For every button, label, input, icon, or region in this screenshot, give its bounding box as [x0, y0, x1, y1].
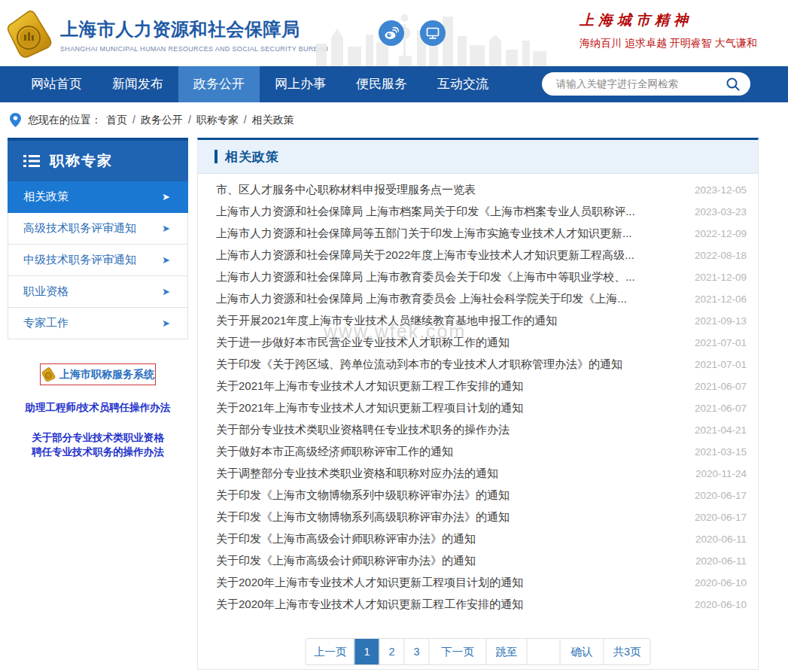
location-pin-icon [10, 113, 21, 127]
search-icon[interactable] [726, 77, 741, 92]
article-link[interactable]: 市、区人才服务中心职称材料申报受理服务点一览表 [216, 183, 476, 197]
nav-item-政务公开[interactable]: 政务公开 [178, 66, 260, 102]
sidebar-link[interactable]: 关于部分专业技术类职业资格聘任专业技术职务的操作办法 [8, 430, 188, 459]
article-link[interactable]: 关于2020年上海市专业技术人才知识更新工程项目计划的通知 [216, 576, 523, 590]
article-link[interactable]: 关于印发《上海市高级会计师职称评审办法》的通知 [216, 554, 476, 568]
weibo-icon[interactable] [379, 20, 404, 46]
sidebar-menu: 相关政策➤高级技术职务评审通知➤中级技术职务评审通知➤职业资格➤专家工作➤ [8, 181, 188, 339]
sidebar-item-label: 中级技术职务评审通知 [23, 253, 136, 267]
next-page-button[interactable]: 下一页 [429, 639, 486, 664]
breadcrumb-link[interactable]: 政务公开 [141, 114, 183, 126]
sidebar-item[interactable]: 中级技术职务评审通知➤ [8, 245, 188, 276]
nav-item-新闻发布[interactable]: 新闻发布 [97, 66, 178, 102]
article-date: 2021-09-13 [695, 315, 747, 327]
article-link[interactable]: 上海市人力资源和社会保障局 上海市教育委员会 上海社会科学院关于印发《上海... [216, 292, 627, 306]
article-date: 2021-12-06 [695, 293, 747, 305]
article-link[interactable]: 关于进一步做好本市民营企业专业技术人才职称工作的通知 [216, 336, 510, 350]
monitor-icon[interactable] [420, 20, 446, 46]
article-row: 关于印发《上海市文物博物系列中级职称评审办法》的通知2020-06-17 [198, 485, 758, 506]
sidebar-item[interactable]: 专家工作➤ [8, 308, 188, 339]
sidebar-item[interactable]: 高级技术职务评审通知➤ [8, 213, 188, 245]
article-link[interactable]: 关于印发《关于跨区域、跨单位流动到本市的专业技术人才职称管理办法》的通知 [216, 357, 622, 372]
breadcrumb-separator: / [132, 114, 135, 126]
breadcrumb-trail: 首页/政务公开/职称专家/相关政策 [106, 114, 294, 127]
title-service-system-banner[interactable]: 上海市职称服务系统 [40, 363, 156, 385]
bureau-seal-logo[interactable] [6, 10, 53, 61]
sidebar-item-label: 专家工作 [23, 316, 68, 330]
article-row: 关于调整部分专业技术类职业资格和职称对应办法的通知2020-11-24 [198, 463, 758, 485]
nav-item-网上办事[interactable]: 网上办事 [260, 66, 341, 102]
article-link[interactable]: 关于部分专业技术类职业资格聘任专业技术职务的操作办法 [216, 423, 510, 437]
nav-item-便民服务[interactable]: 便民服务 [341, 66, 422, 102]
article-link[interactable]: 上海市人力资源和社会保障局关于2022年度上海市专业技术人才知识更新工程高级..… [216, 248, 634, 263]
main-nav: 网站首页新闻发布政务公开网上办事便民服务互动交流 [0, 66, 788, 102]
banner-label: 上海市职称服务系统 [59, 368, 154, 382]
arrow-right-icon: ➤ [162, 318, 170, 329]
site-title: 上海市人力资源和社会保障局 [60, 17, 328, 41]
article-date: 2020-06-17 [695, 490, 747, 501]
site-subtitle: SHANGHAI MUNICIPAL HUMAN RESOURCES AND S… [60, 45, 328, 53]
article-date: 2020-06-10 [695, 599, 747, 610]
article-row: 关于印发《关于跨区域、跨单位流动到本市的专业技术人才职称管理办法》的通知2021… [198, 354, 758, 376]
main-titlebar: 相关政策 [198, 140, 758, 174]
sidebar-header: 职称专家 [8, 141, 188, 181]
main-panel: 相关政策 市、区人才服务中心职称材料申报受理服务点一览表2023-12-05上海… [197, 138, 759, 670]
article-row: 关于做好本市正高级经济师职称评审工作的通知2021-03-15 [198, 441, 758, 463]
article-row: 关于2020年上海市专业技术人才知识更新工程工作安排的通知2020-06-10 [198, 594, 758, 616]
sidebar-item[interactable]: 职业资格➤ [8, 276, 188, 308]
article-date: 2021-12-09 [695, 272, 747, 283]
pagination: 上一页123下一页跳至确认共3页 [306, 638, 651, 665]
article-date: 2021-04-21 [695, 424, 747, 436]
article-date: 2021-06-07 [695, 381, 747, 392]
article-link[interactable]: 上海市人力资源和社会保障局 上海市档案局关于印发《上海市档案专业人员职称评... [216, 205, 635, 219]
breadcrumb-link[interactable]: 首页 [106, 114, 127, 126]
jump-page-input[interactable] [531, 643, 556, 661]
article-date: 2020-06-17 [695, 512, 747, 523]
article-date: 2022-12-09 [695, 228, 747, 239]
site-header: 上海市人力资源和社会保障局 SHANGHAI MUNICIPAL HUMAN R… [0, 0, 788, 66]
nav-item-互动交流[interactable]: 互动交流 [422, 66, 504, 102]
article-row: 上海市人力资源和社会保障局 上海市档案局关于印发《上海市档案专业人员职称评...… [198, 201, 758, 223]
article-link[interactable]: 关于印发《上海市文物博物系列中级职称评审办法》的通知 [216, 488, 510, 503]
article-date: 2023-12-05 [695, 184, 747, 196]
article-date: 2021-03-15 [695, 446, 747, 458]
total-pages-label: 共3页 [604, 639, 650, 664]
page-title: 相关政策 [225, 148, 279, 166]
article-link[interactable]: 关于开展2021年度上海市专业技术人员继续教育基地申报工作的通知 [216, 314, 557, 328]
article-row: 关于进一步做好本市民营企业专业技术人才职称工作的通知2021-07-01 [198, 332, 758, 354]
article-link[interactable]: 关于2021年上海市专业技术人才知识更新工程项目计划的通知 [216, 401, 523, 415]
article-link[interactable]: 关于印发《上海市文物博物系列高级职称评审办法》的通知 [216, 510, 510, 525]
page-number-button[interactable]: 3 [404, 639, 429, 664]
article-link[interactable]: 上海市人力资源和社会保障局 上海市教育委员会关于印发《上海市中等职业学校、... [216, 270, 635, 284]
sidebar: 职称专家 相关政策➤高级技术职务评审通知➤中级技术职务评审通知➤职业资格➤专家工… [8, 138, 188, 475]
breadcrumb-prefix: 您现在的位置： [28, 114, 102, 127]
jump-to-label: 跳至 [486, 639, 527, 664]
breadcrumb-link[interactable]: 相关政策 [252, 114, 294, 126]
article-link[interactable]: 关于做好本市正高级经济师职称评审工作的通知 [216, 445, 453, 459]
confirm-button[interactable]: 确认 [560, 639, 604, 664]
breadcrumb-separator: / [188, 114, 191, 126]
page-number-button[interactable]: 2 [379, 639, 404, 664]
prev-page-button[interactable]: 上一页 [306, 639, 354, 664]
breadcrumb-link[interactable]: 职称专家 [196, 114, 239, 126]
city-spirit-motto: 海纳百川 追求卓越 开明睿智 大气谦和 [580, 37, 784, 50]
page: 上海市人力资源和社会保障局 SHANGHAI MUNICIPAL HUMAN R… [0, 0, 788, 672]
page-number-button[interactable]: 1 [354, 639, 379, 664]
search-input[interactable] [556, 78, 726, 90]
nav-item-网站首页[interactable]: 网站首页 [16, 66, 97, 102]
article-row: 上海市人力资源和社会保障局 上海市教育委员会关于印发《上海市中等职业学校、...… [198, 266, 758, 288]
city-spirit-title: 上海城市精神 [580, 11, 784, 30]
sidebar-item-label: 相关政策 [23, 190, 68, 204]
sidebar-title: 职称专家 [50, 151, 113, 171]
sidebar-item[interactable]: 相关政策➤ [8, 181, 188, 213]
search-box [542, 72, 750, 96]
sidebar-link[interactable]: 助理工程师/技术员聘任操作办法 [8, 400, 188, 415]
article-date: 2021-07-01 [695, 337, 747, 348]
article-link[interactable]: 关于调整部分专业技术类职业资格和职称对应办法的通知 [216, 467, 498, 481]
breadcrumb-separator: / [244, 114, 247, 126]
article-link[interactable]: 关于2021年上海市专业技术人才知识更新工程工作安排的通知 [216, 379, 523, 394]
article-link[interactable]: 关于印发《上海市高级会计师职称评审办法》的通知 [216, 532, 476, 546]
article-link[interactable]: 上海市人力资源和社会保障局等五部门关于印发上海市实施专业技术人才知识更新... [216, 227, 632, 241]
site-title-block: 上海市人力资源和社会保障局 SHANGHAI MUNICIPAL HUMAN R… [60, 17, 328, 53]
article-link[interactable]: 关于2020年上海市专业技术人才知识更新工程工作安排的通知 [216, 598, 523, 612]
